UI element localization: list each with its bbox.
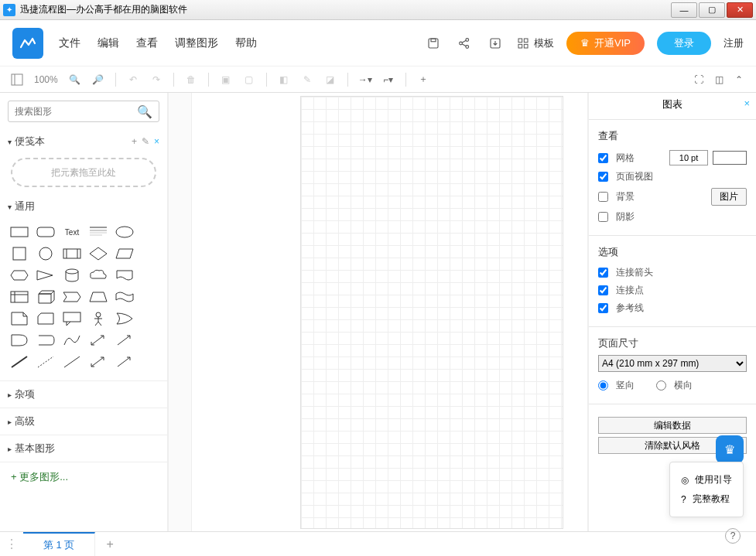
shape-card[interactable] xyxy=(34,309,57,328)
edit-scratch-icon[interactable]: ✎ xyxy=(142,136,149,147)
landscape-radio[interactable] xyxy=(656,380,666,391)
background-image-button[interactable]: 图片 xyxy=(711,188,747,206)
points-checkbox[interactable] xyxy=(598,285,608,295)
shape-line-thick[interactable] xyxy=(8,353,31,371)
canvas-page[interactable] xyxy=(300,96,563,529)
canvas[interactable] xyxy=(192,93,587,531)
shape-curve[interactable] xyxy=(60,331,84,350)
connection-icon[interactable]: →▾ xyxy=(359,73,371,86)
template-button[interactable]: 模板 xyxy=(517,36,554,50)
background-checkbox[interactable] xyxy=(598,192,608,202)
shape-process[interactable] xyxy=(60,244,84,263)
shape-blank6[interactable] xyxy=(139,331,162,350)
edit-data-button[interactable]: 编辑数据 xyxy=(598,417,747,434)
layout-icon[interactable] xyxy=(11,73,23,86)
shape-biarrow[interactable] xyxy=(87,331,110,350)
redo-icon[interactable]: ↷ xyxy=(150,73,162,86)
more-shapes-button[interactable]: + 更多图形... xyxy=(0,462,167,492)
to-back-icon[interactable]: ▢ xyxy=(243,73,255,86)
shape-triangle[interactable] xyxy=(34,266,57,285)
register-button[interactable]: 注册 xyxy=(724,36,744,50)
login-button[interactable]: 登录 xyxy=(657,32,711,55)
shape-blank3[interactable] xyxy=(139,266,162,285)
shape-or[interactable] xyxy=(113,309,136,328)
search-input[interactable] xyxy=(15,106,137,117)
menu-adjust[interactable]: 调整图形 xyxy=(175,36,218,50)
help-guide-row[interactable]: ◎使用引导 xyxy=(681,470,732,489)
shape-heading[interactable] xyxy=(87,223,110,241)
save-icon[interactable] xyxy=(424,34,443,53)
delete-icon[interactable]: 🗑 xyxy=(185,73,197,86)
shape-cloud[interactable] xyxy=(87,266,110,285)
shape-ellipse[interactable] xyxy=(113,223,136,241)
shape-conn[interactable] xyxy=(113,353,136,371)
shadow-icon[interactable]: ◪ xyxy=(324,73,337,86)
download-icon[interactable] xyxy=(486,34,505,53)
category-basic[interactable]: ▸基本图形 xyxy=(0,435,167,462)
shape-blank4[interactable] xyxy=(139,288,162,306)
page-tab-1[interactable]: 第 1 页 xyxy=(23,532,95,557)
scratchpad-header[interactable]: ▾ 便笺本 + ✎ × xyxy=(0,130,167,153)
zoom-in-icon[interactable]: 🔍 xyxy=(69,73,81,86)
shape-cube[interactable] xyxy=(34,288,57,306)
maximize-button[interactable]: ▢ xyxy=(699,2,725,18)
pagesize-select[interactable]: A4 (210 mm x 297 mm) xyxy=(598,355,747,372)
shape-step[interactable] xyxy=(60,288,84,306)
shape-diamond[interactable] xyxy=(87,244,110,263)
minimize-button[interactable]: — xyxy=(671,2,697,18)
portrait-radio[interactable] xyxy=(598,380,608,391)
shape-line-dash[interactable] xyxy=(34,353,57,371)
waypoint-icon[interactable]: ⌐▾ xyxy=(382,73,395,86)
shape-actor[interactable] xyxy=(87,309,110,328)
shape-biconn[interactable] xyxy=(87,353,110,371)
line-color-icon[interactable]: ✎ xyxy=(301,73,313,86)
shape-cylinder[interactable] xyxy=(60,266,84,285)
guides-checkbox[interactable] xyxy=(598,303,608,313)
shape-line[interactable] xyxy=(60,353,84,371)
shape-parallelogram[interactable] xyxy=(113,244,136,263)
menu-edit[interactable]: 编辑 xyxy=(97,36,119,50)
panel-toggle-icon[interactable]: ◫ xyxy=(713,73,725,86)
add-page-button[interactable]: + xyxy=(95,537,124,551)
shape-square[interactable] xyxy=(8,244,31,263)
drag-handle-icon[interactable]: ⋮ xyxy=(0,537,23,551)
shape-trapezoid[interactable] xyxy=(87,288,110,306)
undo-icon[interactable]: ↶ xyxy=(127,73,139,86)
close-scratch-icon[interactable]: × xyxy=(154,136,159,147)
zoom-out-icon[interactable]: 🔎 xyxy=(92,73,104,86)
category-advanced[interactable]: ▸高级 xyxy=(0,408,167,435)
shape-callout[interactable] xyxy=(60,309,84,328)
category-misc[interactable]: ▸杂项 xyxy=(0,380,167,408)
general-header[interactable]: ▾ 通用 xyxy=(0,195,167,218)
add-icon[interactable]: ＋ xyxy=(417,73,429,86)
grid-checkbox[interactable] xyxy=(598,153,608,163)
shape-datastore[interactable] xyxy=(34,331,57,350)
shadow-checkbox[interactable] xyxy=(598,212,608,222)
shape-hexagon[interactable] xyxy=(8,266,31,285)
shape-note[interactable] xyxy=(8,309,31,328)
menu-file[interactable]: 文件 xyxy=(59,36,80,50)
shape-arrow[interactable] xyxy=(113,331,136,350)
search-box[interactable]: 🔍 xyxy=(8,101,159,122)
vip-float-icon[interactable]: ♛ xyxy=(716,435,744,463)
close-button[interactable]: ✕ xyxy=(727,2,753,18)
to-front-icon[interactable]: ▣ xyxy=(220,73,232,86)
pageview-checkbox[interactable] xyxy=(598,172,608,182)
vip-button[interactable]: ♛ 开通VIP xyxy=(566,32,645,55)
search-icon[interactable]: 🔍 xyxy=(137,104,152,119)
shape-circle[interactable] xyxy=(34,244,57,263)
shape-blank5[interactable] xyxy=(139,309,162,328)
menu-help[interactable]: 帮助 xyxy=(235,36,257,50)
scratchpad-dropzone[interactable]: 把元素拖至此处 xyxy=(11,158,156,187)
shape-text[interactable]: Text xyxy=(60,223,84,241)
shape-roundrect[interactable] xyxy=(34,223,57,241)
shape-blank2[interactable] xyxy=(139,244,162,263)
arrows-checkbox[interactable] xyxy=(598,268,608,278)
add-scratch-icon[interactable]: + xyxy=(132,136,137,147)
menu-view[interactable]: 查看 xyxy=(136,36,158,50)
fullscreen-icon[interactable]: ⛶ xyxy=(693,73,705,86)
shape-blank[interactable] xyxy=(139,223,162,241)
fill-color-icon[interactable]: ◧ xyxy=(278,73,290,86)
panel-close-icon[interactable]: × xyxy=(744,97,750,109)
collapse-icon[interactable]: ⌃ xyxy=(733,73,745,86)
